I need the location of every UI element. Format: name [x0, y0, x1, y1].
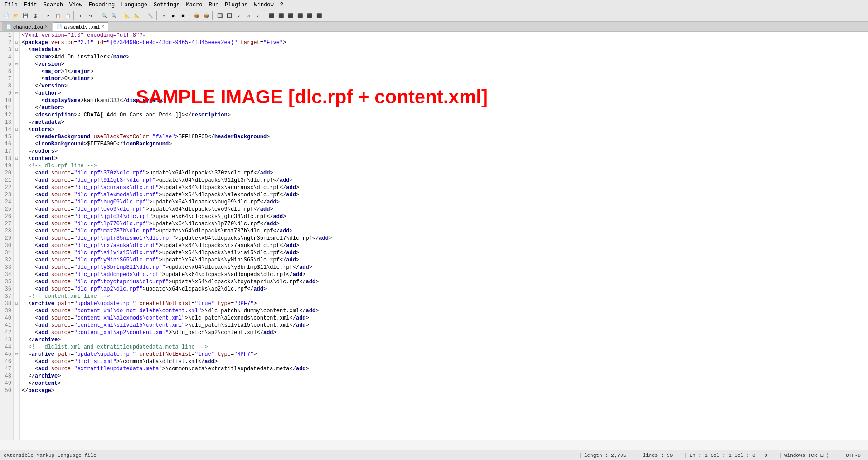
toolbar-button-21[interactable]: ▶: [169, 11, 178, 20]
fold-marker[interactable]: ⊟: [14, 39, 19, 46]
code-line[interactable]: <add source="dlc_rpf\lp770\dlc.rpf">upda…: [22, 220, 866, 228]
toolbar-button-0[interactable]: 📄: [2, 11, 11, 20]
toolbar-button-12[interactable]: 🔍: [100, 11, 109, 20]
code-line[interactable]: <add source="dlc_rpf\evo9\dlc.rpf">updat…: [22, 206, 866, 213]
code-line[interactable]: <add source="content_xml\ap2\content.xml…: [22, 329, 866, 336]
code-line[interactable]: <add source="dlc_rpf\addonpeds\dlc.rpf">…: [22, 271, 866, 278]
code-line[interactable]: </archive>: [22, 336, 866, 344]
toolbar-button-31[interactable]: ☑: [253, 11, 262, 20]
code-line[interactable]: <archive path="update\update.rpf" create…: [22, 351, 866, 358]
code-line[interactable]: <displayName>kamikami333</displayName>: [22, 97, 866, 104]
tab-close-changelog[interactable]: ×: [45, 24, 48, 29]
toolbar-button-7[interactable]: 📋: [63, 11, 72, 20]
toolbar-button-3[interactable]: 🖨: [30, 11, 39, 20]
code-line[interactable]: </author>: [22, 104, 866, 111]
toolbar-button-27[interactable]: 🔲: [215, 11, 224, 20]
menu-item-macro[interactable]: Macro: [183, 1, 205, 9]
toolbar-button-37[interactable]: ⬛: [305, 11, 314, 20]
toolbar-button-35[interactable]: ⬛: [286, 11, 295, 20]
toolbar-button-15[interactable]: 📐: [123, 11, 132, 20]
code-line[interactable]: <add source="dlc_rpf\maz787b\dlc.rpf">up…: [22, 228, 866, 235]
code-line[interactable]: <add source="dlc_rpf\alexmods\dlc.rpf">u…: [22, 191, 866, 199]
code-line[interactable]: </metadata>: [22, 119, 866, 126]
code-line[interactable]: <add source="content_xml\do_not_delete\c…: [22, 307, 866, 315]
fold-marker[interactable]: ⊟: [14, 300, 19, 307]
toolbar-button-29[interactable]: ☑: [234, 11, 243, 20]
fold-marker[interactable]: ⊟: [14, 90, 19, 97]
code-line[interactable]: <headerBackground useBlackTextColor="fal…: [22, 133, 866, 140]
code-line[interactable]: <add source="dlc_rpf\ap2\dlc.rpf">update…: [22, 286, 866, 293]
code-line[interactable]: <colors>: [22, 126, 866, 133]
menu-item-window[interactable]: Window: [252, 1, 276, 9]
menu-item-run[interactable]: Run: [206, 1, 222, 9]
code-line[interactable]: <add source="dlc_rpf\911gt3r\dlc.rpf">up…: [22, 177, 866, 184]
code-content[interactable]: <?xml version="1.0" encoding="utf-8"?><p…: [20, 32, 868, 440]
toolbar-button-16[interactable]: 📐: [132, 11, 141, 20]
code-line[interactable]: <add source="dlc_rpf\370z\dlc.rpf">updat…: [22, 169, 866, 177]
code-line[interactable]: </archive>: [22, 373, 866, 380]
code-line[interactable]: <add source="content_xml\alexmods\conten…: [22, 315, 866, 322]
fold-marker[interactable]: ⊟: [14, 61, 19, 68]
menu-item-?[interactable]: ?: [277, 1, 286, 9]
tab-changelog[interactable]: 📄change.log×: [2, 22, 52, 31]
fold-marker[interactable]: ⊟: [14, 155, 19, 162]
toolbar-button-24[interactable]: 📦: [192, 11, 201, 20]
tab-assembly[interactable]: 📄assembly.xml×: [53, 22, 108, 31]
code-line[interactable]: <minor>0</minor>: [22, 75, 866, 82]
code-line[interactable]: <add source="dlc_rpf\jgtc34\dlc.rpf">upd…: [22, 213, 866, 220]
toolbar-button-13[interactable]: 🔍: [109, 11, 118, 20]
code-line[interactable]: <version>: [22, 61, 866, 68]
toolbar-button-9[interactable]: ↩: [77, 11, 86, 20]
menu-item-plugins[interactable]: Plugins: [222, 1, 250, 9]
code-line[interactable]: <author>: [22, 90, 866, 97]
toolbar-button-28[interactable]: 🔲: [225, 11, 234, 20]
fold-marker[interactable]: ⊟: [14, 46, 19, 53]
fold-marker[interactable]: ⊟: [14, 126, 19, 133]
toolbar-button-36[interactable]: ⬛: [296, 11, 305, 20]
code-line[interactable]: <!-- dlc.rpf line -->: [22, 162, 866, 169]
code-line[interactable]: <package version="2.1" id="{6734490c-be9…: [22, 39, 866, 46]
code-line[interactable]: <description><!CDATA[ Add On Cars and Pe…: [22, 111, 866, 119]
toolbar-button-22[interactable]: ⏹: [179, 11, 188, 20]
code-line[interactable]: <add source="content_xml\silvia15\conten…: [22, 322, 866, 329]
menu-item-edit[interactable]: Edit: [21, 1, 40, 9]
code-line[interactable]: <iconBackground>$FF7E400C</iconBackgroun…: [22, 140, 866, 148]
menu-item-language[interactable]: Language: [118, 1, 150, 9]
code-line[interactable]: <content>: [22, 155, 866, 162]
code-line[interactable]: <major>1</major>: [22, 68, 866, 75]
toolbar-button-30[interactable]: ☑: [244, 11, 253, 20]
code-line[interactable]: <add source="dlc_rpf\ySbrImp$11\dlc.rpf"…: [22, 264, 866, 271]
code-line[interactable]: <?xml version="1.0" encoding="utf-8"?>: [22, 32, 866, 39]
toolbar-button-38[interactable]: ⬛: [315, 11, 324, 20]
toolbar-button-34[interactable]: ⬛: [276, 11, 286, 20]
menu-item-view[interactable]: View: [67, 1, 85, 9]
toolbar-button-18[interactable]: 🔧: [146, 11, 155, 20]
code-line[interactable]: </version>: [22, 82, 866, 90]
code-line[interactable]: <!-- content.xml line -->: [22, 293, 866, 300]
menu-item-search[interactable]: Search: [41, 1, 66, 9]
code-line[interactable]: <add source="dlc_rpf\yMiniS65\dlc.rpf">u…: [22, 257, 866, 264]
code-line[interactable]: </colors>: [22, 148, 866, 155]
toolbar-button-2[interactable]: 💾: [21, 11, 30, 20]
code-line[interactable]: <add source="dlc_rpf\toyotaprius\dlc.rpf…: [22, 278, 866, 286]
code-line[interactable]: <add source="dlc_rpf\bug09\dlc.rpf">upda…: [22, 199, 866, 206]
toolbar-button-1[interactable]: 📂: [11, 11, 20, 20]
fold-marker[interactable]: ⊟: [14, 351, 19, 358]
code-line[interactable]: <add source="dlclist.xml">\common\data\d…: [22, 358, 866, 365]
menu-item-encoding[interactable]: Encoding: [86, 1, 118, 9]
code-line[interactable]: </package>: [22, 387, 866, 394]
tab-close-assembly[interactable]: ×: [102, 24, 104, 29]
code-line[interactable]: <archive path="update\update.rpf" create…: [22, 300, 866, 307]
toolbar-button-5[interactable]: ✂: [44, 11, 53, 20]
code-line[interactable]: <add source="dlc_rpf\acuransx\dlc.rpf">u…: [22, 184, 866, 191]
code-line[interactable]: </content>: [22, 380, 866, 387]
code-line[interactable]: <!-- dlclist.xml and extratitleupdatedat…: [22, 344, 866, 351]
toolbar-button-10[interactable]: ↪: [86, 11, 95, 20]
toolbar-button-6[interactable]: 📋: [53, 11, 63, 20]
code-line[interactable]: <add source="dlc_rpf\silvia15\dlc.rpf">u…: [22, 249, 866, 257]
menu-item-settings[interactable]: Settings: [151, 1, 183, 9]
toolbar-button-20[interactable]: ⚡: [160, 11, 169, 20]
menu-item-file[interactable]: File: [2, 1, 20, 9]
toolbar-button-25[interactable]: 📦: [202, 11, 211, 20]
code-line[interactable]: <add source="extratitleupdatedata.meta">…: [22, 365, 866, 373]
